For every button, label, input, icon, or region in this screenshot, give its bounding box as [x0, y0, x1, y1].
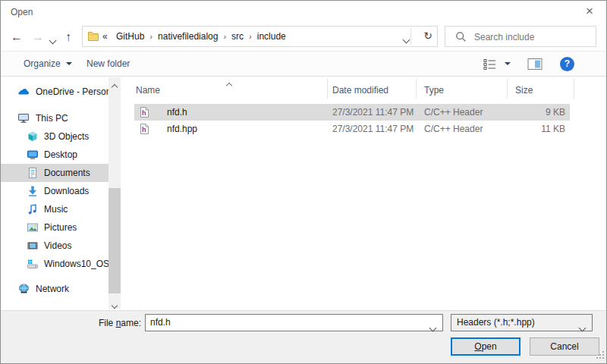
sidebar-item-network[interactable]: Network: [1, 280, 109, 298]
search-box[interactable]: Search include: [445, 26, 596, 47]
address-divider: [410, 28, 411, 45]
details-view-icon[interactable]: [483, 58, 497, 73]
sidebar-scrollbar[interactable]: [109, 77, 121, 309]
column-header-size[interactable]: Size: [515, 85, 533, 96]
sidebar-item-windows-drive[interactable]: Windows10_OS (: [1, 255, 109, 273]
svg-text:h: h: [142, 126, 146, 133]
breadcrumb-separator-icon[interactable]: ›: [221, 32, 228, 41]
folder-icon: [87, 30, 99, 45]
chevron-down-icon[interactable]: [430, 320, 436, 336]
breadcrumb-overflow[interactable]: «: [102, 31, 108, 42]
dialog-title: Open: [11, 7, 33, 17]
navigation-pane: OneDrive - Person This PC 3D Objects Des…: [1, 77, 122, 310]
open-file-dialog: Open × ← → ↑ « GitHub›nativefiledialog›s…: [0, 0, 607, 364]
sidebar-item-pictures[interactable]: Pictures: [1, 218, 109, 237]
file-type-select[interactable]: Headers (*.h;*.hpp): [451, 314, 593, 331]
search-input[interactable]: Search include: [474, 32, 534, 42]
chevron-down-icon[interactable]: [580, 320, 585, 336]
sidebar-item-documents[interactable]: Documents: [1, 164, 109, 182]
drive-icon: [27, 258, 39, 273]
column-header-type[interactable]: Type: [424, 85, 444, 96]
breadcrumb-item-github[interactable]: GitHub: [113, 31, 147, 42]
open-button[interactable]: Open: [451, 337, 521, 356]
resize-grip[interactable]: [596, 351, 605, 362]
title-bar: Open ×: [1, 1, 606, 24]
scroll-down-icon[interactable]: [109, 297, 121, 309]
main-area: OneDrive - Person This PC 3D Objects Des…: [1, 77, 606, 310]
network-icon: [17, 283, 30, 298]
3d-objects-icon: [27, 130, 39, 146]
navigation-bar: ← → ↑ « GitHub›nativefiledialog›src›incl…: [1, 24, 606, 51]
music-icon: [27, 203, 39, 218]
sidebar-item-desktop[interactable]: Desktop: [1, 146, 109, 164]
column-header-date-modified[interactable]: Date modified: [332, 85, 388, 96]
recent-locations-chevron-icon[interactable]: [46, 30, 58, 51]
file-row-nfd-h[interactable]: h nfd.h 27/3/2021 11:47 PM C/C++ Header …: [134, 104, 570, 121]
scroll-up-icon[interactable]: [109, 77, 121, 89]
forward-button: →: [28, 27, 48, 48]
view-options-chevron-icon[interactable]: [505, 58, 511, 69]
file-row-nfd-hpp[interactable]: h nfd.hpp 27/3/2021 11:47 PM C/C++ Heade…: [134, 121, 570, 137]
sidebar-item-this-pc[interactable]: This PC: [1, 109, 109, 127]
close-icon[interactable]: ×: [579, 2, 600, 20]
sidebar-item-3d-objects[interactable]: 3D Objects: [1, 127, 109, 146]
back-button[interactable]: ←: [7, 27, 27, 48]
dialog-footer: File name: nfd.h Headers (*.h;*.hpp) Ope…: [1, 310, 606, 363]
file-list: Name Date modified Type Size h nfd.h 27/…: [122, 77, 606, 310]
search-icon: [455, 31, 467, 45]
downloads-icon: [27, 185, 39, 200]
help-icon[interactable]: ?: [560, 57, 574, 71]
documents-icon: [27, 167, 39, 182]
breadcrumb-separator-icon[interactable]: ›: [147, 32, 155, 41]
breadcrumb-separator-icon[interactable]: ›: [247, 32, 254, 41]
command-toolbar: Organize New folder ?: [1, 51, 606, 77]
breadcrumb: GitHub›nativefiledialog›src›include: [113, 31, 289, 42]
file-name-input[interactable]: nfd.h: [145, 314, 443, 331]
desktop-icon: [27, 149, 39, 164]
onedrive-icon: [17, 86, 30, 101]
sidebar-item-music[interactable]: Music: [1, 200, 109, 218]
organize-button[interactable]: Organize: [24, 58, 72, 69]
chevron-down-icon: [66, 62, 72, 65]
cancel-button[interactable]: Cancel: [530, 337, 599, 356]
address-dropdown-chevron-icon[interactable]: [404, 34, 409, 45]
new-folder-button[interactable]: New folder: [86, 58, 130, 69]
scrollbar-thumb[interactable]: [109, 188, 121, 293]
pictures-icon: [27, 221, 39, 237]
up-button[interactable]: ↑: [58, 27, 78, 48]
cpp-header-file-icon: h: [139, 123, 150, 140]
breadcrumb-item-nativefiledialog[interactable]: nativefiledialog: [155, 31, 221, 42]
breadcrumb-item-src[interactable]: src: [228, 31, 247, 42]
refresh-icon[interactable]: ↻: [423, 30, 432, 42]
address-bar[interactable]: « GitHub›nativefiledialog›src›include ↻: [82, 26, 438, 47]
sidebar-item-downloads[interactable]: Downloads: [1, 182, 109, 200]
sort-ascending-icon: [227, 80, 231, 90]
videos-icon: [27, 240, 39, 255]
column-headers: Name Date modified Type Size: [122, 77, 606, 102]
breadcrumb-item-include[interactable]: include: [254, 31, 289, 42]
file-name-label: File name:: [1, 318, 141, 328]
column-header-name[interactable]: Name: [136, 85, 160, 96]
preview-pane-icon[interactable]: [527, 58, 543, 73]
sidebar-item-onedrive[interactable]: OneDrive - Person: [1, 83, 109, 101]
svg-text:h: h: [142, 109, 146, 117]
sidebar-item-videos[interactable]: Videos: [1, 237, 109, 255]
this-pc-icon: [17, 112, 30, 127]
